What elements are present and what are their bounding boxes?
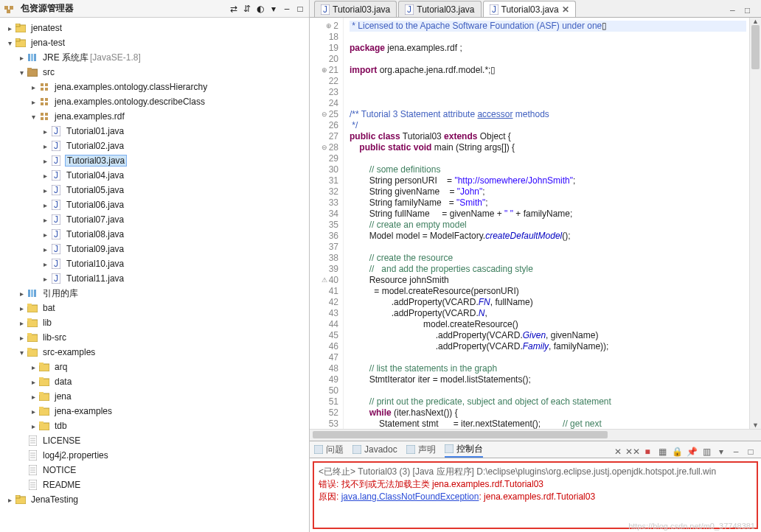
close-tab-icon[interactable]: ✕ bbox=[562, 4, 569, 15]
maximize-editor-icon[interactable]: □ bbox=[745, 5, 757, 17]
tree-item[interactable]: ▸JTutorial04.java bbox=[4, 168, 309, 183]
expand-icon[interactable]: ▸ bbox=[40, 216, 50, 224]
tree-item[interactable]: ▸JTutorial09.java bbox=[4, 242, 309, 256]
display-console-icon[interactable]: ▥ bbox=[701, 446, 712, 458]
expand-icon[interactable]: ▸ bbox=[40, 201, 50, 209]
expand-icon[interactable]: ▸ bbox=[4, 496, 15, 504]
code-line[interactable]: .addProperty(VCARD.FN, fullName) bbox=[350, 297, 746, 308]
h-scrollbar-thumb[interactable] bbox=[313, 431, 608, 438]
expand-icon[interactable]: ▸ bbox=[28, 393, 38, 401]
code-line[interactable]: // some definitions bbox=[350, 164, 746, 175]
tree-item[interactable]: ▸jena.examples.ontology.classHierarchy bbox=[4, 80, 309, 94]
expand-icon[interactable]: ▸ bbox=[16, 334, 27, 342]
code-line[interactable]: = model.createResource(personURI) bbox=[350, 286, 746, 297]
code-line[interactable]: String personURI = "http://somewhere/Joh… bbox=[350, 175, 746, 186]
code-line[interactable]: String familyName = "Smith"; bbox=[350, 197, 746, 209]
scroll-down-icon[interactable]: ▼ bbox=[750, 421, 761, 429]
scrollbar-thumb[interactable] bbox=[751, 25, 760, 69]
code-line[interactable]: import org.apache.jena.rdf.model.*;▯ bbox=[350, 65, 746, 76]
expand-icon[interactable]: ▸ bbox=[40, 172, 50, 180]
code-line[interactable]: // and add the properties cascading styl… bbox=[350, 264, 746, 275]
code-line[interactable]: .addProperty(VCARD.Family, familyName)); bbox=[350, 341, 746, 352]
expand-icon[interactable]: ▸ bbox=[4, 24, 15, 32]
collapse-icon[interactable]: ▾ bbox=[4, 39, 15, 47]
code-line[interactable]: /** Tutorial 3 Statement attribute acces… bbox=[350, 109, 746, 120]
editor-horizontal-scrollbar[interactable] bbox=[310, 429, 761, 441]
expand-icon[interactable]: ▸ bbox=[16, 304, 27, 312]
tree-item[interactable]: ▸arq bbox=[4, 360, 309, 374]
clear-console-icon[interactable]: ▦ bbox=[656, 446, 668, 458]
code-line[interactable] bbox=[350, 242, 746, 253]
tree-item[interactable]: NOTICE bbox=[4, 463, 309, 477]
tree-item[interactable]: ▾jena-test bbox=[4, 35, 309, 50]
terminate-icon[interactable]: ■ bbox=[642, 446, 653, 458]
collapse-all-icon[interactable]: ⇄ bbox=[228, 3, 240, 15]
tree-item[interactable]: ▸JTutorial06.java bbox=[4, 197, 309, 212]
collapse-icon[interactable]: ▾ bbox=[28, 113, 38, 121]
tree-item[interactable]: ▸jena bbox=[4, 389, 309, 404]
gutter-marker-icon[interactable]: ⊕ bbox=[326, 21, 332, 32]
code-line[interactable]: Model model = ModelFactory.createDefault… bbox=[350, 231, 746, 242]
console-output[interactable]: <已终止> Tutorial03 (3) [Java 应用程序] D:\ecli… bbox=[313, 461, 758, 529]
code-line[interactable] bbox=[350, 76, 746, 87]
tree-item[interactable]: ▸JTutorial05.java bbox=[4, 183, 309, 197]
tree-item[interactable]: ▾src bbox=[4, 65, 309, 80]
tree-item[interactable]: ▸JTutorial07.java bbox=[4, 212, 309, 227]
editor-tab[interactable]: JTutorial03.java bbox=[398, 1, 481, 17]
console-min-icon[interactable]: – bbox=[730, 446, 742, 458]
tree-item[interactable]: ▸jenatest bbox=[4, 21, 309, 35]
code-line[interactable] bbox=[350, 153, 746, 164]
console-max-icon[interactable]: □ bbox=[745, 446, 757, 458]
editor-tab[interactable]: JTutorial03.java bbox=[314, 1, 397, 17]
minimize-editor-icon[interactable]: – bbox=[730, 5, 742, 17]
gutter-marker-icon[interactable]: ⚠ bbox=[322, 275, 327, 286]
code-line[interactable]: Statement stmt = iter.nextStatement(); /… bbox=[350, 419, 746, 429]
gutter-marker-icon[interactable]: ⊕ bbox=[322, 65, 327, 76]
expand-icon[interactable]: ▸ bbox=[40, 260, 50, 268]
code-line[interactable] bbox=[350, 87, 746, 98]
remove-all-icon[interactable]: ✕✕ bbox=[627, 446, 639, 458]
code-line[interactable]: while (iter.hasNext()) { bbox=[350, 407, 746, 419]
tree-item[interactable]: ▸JenaTesting bbox=[4, 492, 309, 507]
minimize-icon[interactable]: – bbox=[281, 3, 293, 15]
tree-item[interactable]: ▸jena.examples.ontology.describeClass bbox=[4, 94, 309, 109]
code-line[interactable]: // list the statements in the graph bbox=[350, 363, 746, 374]
code-line[interactable]: */ bbox=[350, 120, 746, 131]
expand-icon[interactable]: ▸ bbox=[40, 157, 50, 165]
expand-icon[interactable]: ▸ bbox=[28, 83, 38, 91]
expand-icon[interactable]: ▸ bbox=[16, 290, 27, 298]
editor-tab[interactable]: JTutorial03.java✕ bbox=[483, 1, 576, 17]
code-line[interactable]: Resource johnSmith bbox=[350, 275, 746, 286]
tree-item[interactable]: ▸JRE 系统库 [JavaSE-1.8] bbox=[4, 50, 309, 65]
tree-item[interactable]: ▸bat bbox=[4, 301, 309, 315]
console-tab[interactable]: 控制台 bbox=[445, 441, 483, 458]
view-menu-icon[interactable]: ▾ bbox=[268, 3, 279, 15]
tree-item[interactable]: ▸JTutorial08.java bbox=[4, 227, 309, 242]
code-line[interactable]: String givenName = "John"; bbox=[350, 186, 746, 197]
console-tab[interactable]: 声明 bbox=[406, 441, 436, 458]
scroll-up-icon[interactable]: ▲ bbox=[750, 18, 761, 25]
code-line[interactable]: public class Tutorial03 extends Object { bbox=[350, 131, 746, 142]
code-line[interactable]: package jena.examples.rdf ; bbox=[350, 43, 746, 54]
tree-item[interactable]: LICENSE bbox=[4, 433, 309, 448]
tree-item[interactable]: ▸JTutorial02.java bbox=[4, 139, 309, 153]
code-line[interactable]: public static void main (String args[]) … bbox=[350, 142, 746, 153]
expand-icon[interactable]: ▸ bbox=[28, 422, 38, 430]
tree-item[interactable]: ▸引用的库 bbox=[4, 286, 309, 301]
code-line[interactable]: // create an empty model bbox=[350, 220, 746, 231]
expand-icon[interactable]: ▸ bbox=[28, 363, 38, 371]
tree-item[interactable]: ▸data bbox=[4, 374, 309, 389]
expand-icon[interactable]: ▸ bbox=[40, 231, 50, 239]
console-tab[interactable]: Javadoc bbox=[352, 441, 397, 458]
code-line[interactable] bbox=[350, 385, 746, 396]
tree-item[interactable]: ▸JTutorial03.java bbox=[4, 153, 309, 168]
code-line[interactable]: .addProperty(VCARD.N, bbox=[350, 308, 746, 319]
code-line[interactable] bbox=[350, 352, 746, 363]
code-line[interactable]: StmtIterator iter = model.listStatements… bbox=[350, 374, 746, 385]
exception-link[interactable]: java.lang.ClassNotFoundException bbox=[341, 491, 479, 502]
expand-icon[interactable]: ▸ bbox=[40, 142, 50, 150]
tree-item[interactable]: ▸JTutorial11.java bbox=[4, 271, 309, 286]
code-line[interactable] bbox=[350, 54, 746, 65]
console-tab[interactable]: 问题 bbox=[314, 441, 344, 458]
expand-icon[interactable]: ▸ bbox=[40, 245, 50, 253]
